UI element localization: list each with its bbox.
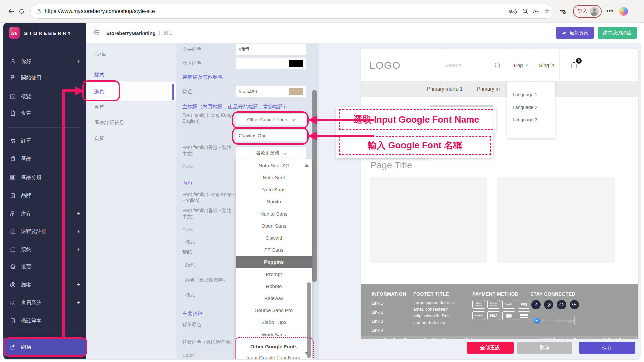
font-option[interactable]: Nunito <box>236 195 312 207</box>
sidebar-item-courses[interactable]: 課程及註冊 + <box>3 225 86 238</box>
preview-search-input[interactable] <box>445 62 492 68</box>
expand-plus-icon[interactable]: + <box>77 58 80 65</box>
preview-signin[interactable]: Sing in <box>534 49 560 81</box>
whatsapp-icon[interactable] <box>557 300 566 309</box>
subnav-item-webpage[interactable]: 網頁 <box>86 82 176 101</box>
login-color-field[interactable] <box>236 57 306 69</box>
calendar-member-icon <box>9 299 16 306</box>
font-option[interactable]: Raleway <box>236 292 312 304</box>
google-font-name-field[interactable] <box>236 130 306 142</box>
save-button[interactable]: 保存 <box>579 342 635 354</box>
sidebar-item-get-started[interactable]: 開始使用 <box>3 71 86 84</box>
favorite-star-icon[interactable]: ☆ <box>544 7 550 15</box>
font-list-scrollbar[interactable] <box>307 282 311 358</box>
footer-link[interactable]: Link 2 <box>372 310 383 315</box>
copilot-icon[interactable] <box>619 7 628 16</box>
sidebar-item-online-store[interactable]: 網店 <box>3 338 86 356</box>
font-option[interactable]: Oswald <box>236 232 312 244</box>
latest-news-button[interactable]: 最新資訊 <box>556 27 594 39</box>
facebook-icon[interactable]: f <box>531 300 541 309</box>
scroll-down-icon[interactable] <box>305 352 309 355</box>
sidebar-item-promotions[interactable]: 優惠 <box>3 260 86 273</box>
sidebar-item-orders[interactable]: 訂單 <box>3 134 86 147</box>
preview-search[interactable] <box>440 49 507 81</box>
sidebar-item-customers[interactable]: 顧客 + <box>3 278 86 291</box>
browser-profile-button[interactable]: 登入 <box>573 5 602 18</box>
font-option[interactable]: Prompt <box>236 268 312 280</box>
sidebar-item-categories[interactable]: 產品分類 <box>3 171 86 184</box>
subnav-style-header[interactable]: 樣式 <box>94 72 104 78</box>
deco-color-input[interactable] <box>239 89 289 94</box>
zoom-out-icon[interactable] <box>522 8 528 14</box>
sidebar-item-reports[interactable]: 報告 <box>3 106 86 120</box>
visit-store-button[interactable]: 訪問我的網店 <box>598 27 637 39</box>
expand-plus-icon[interactable]: + <box>77 299 80 306</box>
sidebar-item-appointments[interactable]: 預約 + <box>3 243 86 256</box>
preview-language-select[interactable]: Eng <box>507 49 534 81</box>
sidebar-item-products[interactable]: 產品 <box>3 152 86 165</box>
scroll-up-icon[interactable] <box>305 164 309 167</box>
secondary-color-swatch[interactable] <box>289 46 303 53</box>
font-option[interactable]: Slabo 13px <box>236 316 312 328</box>
secondary-color-input[interactable] <box>239 47 289 52</box>
language-option[interactable]: Language 3 <box>513 117 537 122</box>
font-option[interactable]: Noto Serif SC <box>236 159 312 171</box>
expand-plus-icon[interactable]: + <box>77 228 80 235</box>
back-icon[interactable] <box>5 6 16 17</box>
footer-link[interactable]: Link 3 <box>372 319 383 324</box>
cancel-button[interactable]: 取消 <box>517 342 572 354</box>
secondary-color-field[interactable] <box>236 43 306 55</box>
subnav-item-header[interactable]: 頁首 <box>94 104 104 110</box>
sidebar-item-brands[interactable]: 品牌 <box>3 189 86 202</box>
read-aloud-icon[interactable]: A))) <box>533 8 539 14</box>
login-color-swatch[interactable] <box>289 60 303 67</box>
font-option[interactable]: Nunito Sans <box>236 207 312 220</box>
font-option[interactable]: PT Sans <box>236 244 312 256</box>
preview-cart[interactable]: 0 <box>560 49 588 81</box>
font-option[interactable]: Roboto <box>236 280 312 292</box>
preview-primary-menu: Primary menu 1 Primary m <box>361 81 638 97</box>
font-option[interactable]: Noto Serif <box>236 171 312 183</box>
browser-menu-icon[interactable]: ••• <box>606 8 614 15</box>
font-option-input-google-font[interactable]: Input Google Font Name <box>236 352 312 359</box>
font-option[interactable]: Source Sans Pro <box>236 304 312 316</box>
url-text[interactable]: https://www.mystoreberry.com/eshop/style… <box>45 8 509 14</box>
footer-link[interactable]: Link 4 <box>372 328 383 333</box>
sidebar-item-note-templates[interactable]: 備註範本 <box>3 314 86 327</box>
site-preview-area: LOGO Eng Sing in 0 Pri <box>319 43 641 359</box>
expand-plus-icon[interactable]: + <box>77 246 80 253</box>
deco-color-field[interactable] <box>236 85 306 98</box>
font-option-selected[interactable]: Poppins <box>236 256 312 268</box>
deco-color-swatch[interactable] <box>289 88 303 95</box>
footer-link[interactable]: Link 1 <box>372 301 383 306</box>
language-option[interactable]: Language 2 <box>513 105 537 110</box>
back-link[interactable]: ‹ 返回 <box>94 51 107 57</box>
address-bar[interactable]: https://www.mystoreberry.com/eshop/style… <box>30 4 553 19</box>
send-to-messenger-button[interactable]: Send to Messenger <box>532 316 575 325</box>
sidebar-item-membership[interactable]: 會員系統 + <box>3 296 86 309</box>
expand-plus-icon[interactable]: + <box>77 281 80 288</box>
wechat-icon[interactable] <box>570 300 579 309</box>
primary-menu-item[interactable]: Primary menu 1 <box>427 86 463 92</box>
language-option[interactable]: Language 1 <box>513 92 537 97</box>
primary-menu-item[interactable]: Primary m <box>477 86 500 92</box>
expand-plus-icon[interactable]: + <box>77 210 80 217</box>
collapse-sidebar-icon[interactable] <box>93 28 100 37</box>
font-option[interactable]: Work Sans <box>236 328 312 340</box>
sidebar-item-greeting[interactable]: 你好, + <box>3 55 86 68</box>
translate-icon[interactable]: aあ <box>509 8 517 14</box>
subnav-item-product-detail[interactable]: 產品詳細信息 <box>94 119 124 126</box>
refresh-icon[interactable] <box>16 6 28 17</box>
font-option[interactable]: Open Sans <box>236 220 312 232</box>
sidebar-item-inventory[interactable]: 庫存 + <box>3 207 86 220</box>
collections-icon[interactable] <box>557 6 568 17</box>
google-font-name-input[interactable] <box>239 133 303 138</box>
reset-all-button[interactable]: 全部重設 <box>467 342 514 354</box>
font-family-zh-select[interactable]: 微軟正黑體 <box>236 147 306 159</box>
font-option[interactable]: Noto Sans <box>236 183 312 195</box>
font-family-en-select[interactable]: Other Google Fonts <box>236 114 306 126</box>
subnav-item-footer[interactable]: 頁腳 <box>94 135 104 142</box>
instagram-icon[interactable] <box>544 300 553 309</box>
login-color-input[interactable] <box>239 61 289 66</box>
font-option-other-google-fonts[interactable]: Other Google Fonts <box>236 340 312 352</box>
